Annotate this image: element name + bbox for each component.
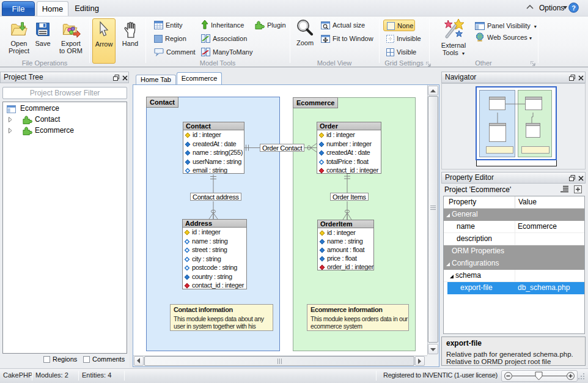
svg-text:?: ? bbox=[571, 4, 576, 12]
